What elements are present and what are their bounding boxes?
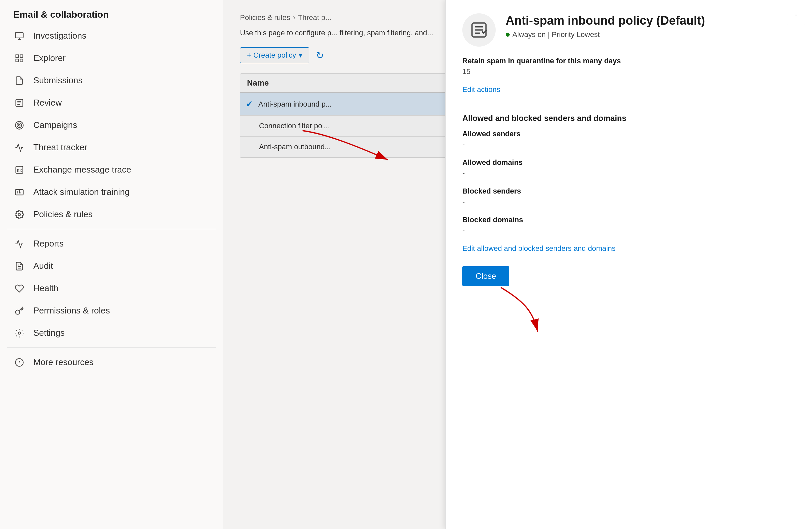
- sidebar-item-label: Policies & rules: [33, 209, 93, 220]
- detail-panel: ↑ Anti-spam inbound policy (Default) Alw…: [445, 0, 812, 529]
- chart-icon: [13, 143, 25, 152]
- dropdown-icon: ▾: [299, 51, 302, 60]
- allowed-domains-label: Allowed domains: [462, 158, 795, 167]
- detail-body: Retain spam in quarantine for this many …: [446, 57, 812, 299]
- doc-icon: [13, 76, 25, 85]
- svg-point-12: [17, 123, 22, 128]
- breadcrumb-separator: ›: [293, 13, 295, 22]
- status-dot: [506, 33, 510, 36]
- table-header-name: Name: [240, 74, 466, 93]
- audit-icon: [13, 262, 25, 271]
- scroll-up-icon: ↑: [794, 12, 798, 20]
- sidebar-item-permissions-roles[interactable]: Permissions & roles: [0, 299, 223, 322]
- sidebar-item-attack-simulation-training[interactable]: Attack simulation training: [0, 181, 223, 203]
- svg-text:EX: EX: [17, 168, 22, 172]
- svg-point-20: [18, 213, 21, 216]
- create-policy-label: + Create policy: [247, 51, 296, 60]
- allowed-domains-field: Allowed domains -: [462, 158, 795, 178]
- sidebar-item-more-resources[interactable]: More resources: [0, 351, 223, 373]
- sidebar-item-reports[interactable]: Reports: [0, 233, 223, 255]
- table-row-label: Connection filter pol...: [259, 121, 330, 130]
- close-button[interactable]: Close: [462, 266, 509, 286]
- edit-actions-link[interactable]: Edit actions: [462, 85, 500, 94]
- breadcrumb-part-1[interactable]: Policies & rules: [240, 13, 290, 22]
- health-icon: [13, 284, 25, 293]
- table-row[interactable]: Anti-spam outbound...: [240, 136, 466, 158]
- svg-rect-5: [16, 59, 19, 62]
- exchange-icon: EX: [13, 165, 25, 175]
- blocked-senders-label: Blocked senders: [462, 187, 795, 195]
- sidebar-item-campaigns[interactable]: Campaigns: [0, 114, 223, 136]
- sidebar-item-label: Explorer: [33, 53, 66, 63]
- sidebar-item-label: Threat tracker: [33, 142, 87, 152]
- main-content: Policies & rules › Threat p... Use this …: [223, 0, 812, 529]
- sidebar-item-threat-tracker[interactable]: Threat tracker: [0, 136, 223, 159]
- blocked-domains-value: -: [462, 226, 795, 235]
- allowed-domains-value: -: [462, 169, 795, 178]
- sidebar-item-label: Attack simulation training: [33, 187, 130, 197]
- detail-divider: [462, 104, 795, 104]
- grid-icon: [13, 54, 25, 63]
- svg-point-13: [19, 124, 20, 126]
- sidebar-item-label: Settings: [33, 328, 65, 338]
- detail-header: Anti-spam inbound policy (Default) Alway…: [446, 0, 812, 57]
- sidebar-item-investigations[interactable]: Investigations: [0, 25, 223, 47]
- info-icon: [13, 358, 25, 367]
- edit-allowed-blocked-link[interactable]: Edit allowed and blocked senders and dom…: [462, 244, 616, 253]
- breadcrumb-part-2[interactable]: Threat p...: [298, 13, 331, 22]
- sidebar: Email & collaboration Investigations Exp…: [0, 0, 223, 529]
- report-icon: [13, 239, 25, 249]
- sidebar-item-label: Health: [33, 283, 58, 293]
- sidebar-item-audit[interactable]: Audit: [0, 255, 223, 277]
- sidebar-item-submissions[interactable]: Submissions: [0, 69, 223, 92]
- sim-icon: [13, 188, 25, 197]
- table-row[interactable]: Connection filter pol...: [240, 116, 466, 136]
- allowed-senders-field: Allowed senders -: [462, 130, 795, 149]
- svg-rect-0: [15, 32, 23, 38]
- svg-rect-4: [20, 55, 23, 57]
- sidebar-item-label: Reports: [33, 238, 64, 249]
- gear-icon: [13, 328, 25, 338]
- sidebar-item-settings[interactable]: Settings: [0, 322, 223, 344]
- scroll-up-button[interactable]: ↑: [787, 7, 805, 25]
- sidebar-divider-2: [7, 348, 216, 348]
- sidebar-item-label: Permissions & roles: [33, 306, 110, 316]
- table-row-label: Anti-spam inbound p...: [258, 100, 332, 108]
- retain-spam-value: 15: [462, 67, 795, 76]
- allowed-senders-label: Allowed senders: [462, 130, 795, 138]
- svg-point-11: [15, 121, 23, 129]
- sidebar-section-title: Email & collaboration: [0, 3, 223, 25]
- sidebar-item-label: Review: [33, 98, 62, 108]
- create-policy-button[interactable]: + Create policy ▾: [240, 47, 309, 63]
- settings-icon: [13, 210, 25, 219]
- sidebar-item-label: More resources: [33, 357, 94, 367]
- sidebar-divider-1: [7, 229, 216, 229]
- svg-point-23: [18, 332, 21, 334]
- sidebar-item-label: Investigations: [33, 31, 86, 41]
- table-row[interactable]: ✔ Anti-spam inbound p...: [240, 93, 466, 116]
- blocked-senders-field: Blocked senders -: [462, 187, 795, 206]
- monitor-icon: [13, 31, 25, 41]
- sidebar-item-label: Exchange message trace: [33, 164, 131, 175]
- policy-icon: [470, 21, 488, 39]
- sidebar-item-explorer[interactable]: Explorer: [0, 47, 223, 69]
- blocked-domains-label: Blocked domains: [462, 216, 795, 224]
- sidebar-item-label: Campaigns: [33, 120, 77, 130]
- sidebar-item-exchange-message-trace[interactable]: EX Exchange message trace: [0, 159, 223, 181]
- allowed-blocked-section-heading: Allowed and blocked senders and domains: [462, 114, 795, 123]
- detail-status-text: Always on | Priority Lowest: [512, 30, 600, 39]
- detail-status: Always on | Priority Lowest: [506, 30, 795, 39]
- svg-rect-3: [16, 55, 19, 57]
- list-icon: [13, 98, 25, 107]
- table-row-label: Anti-spam outbound...: [259, 143, 331, 151]
- refresh-icon[interactable]: ↻: [316, 50, 324, 61]
- sidebar-item-policies-rules[interactable]: Policies & rules: [0, 203, 223, 225]
- sidebar-item-review[interactable]: Review: [0, 92, 223, 114]
- sidebar-item-health[interactable]: Health: [0, 277, 223, 299]
- detail-icon-box: [462, 13, 496, 47]
- key-icon: [13, 306, 25, 315]
- blocked-senders-value: -: [462, 197, 795, 206]
- retain-spam-field: Retain spam in quarantine for this many …: [462, 57, 795, 76]
- detail-title: Anti-spam inbound policy (Default): [506, 13, 795, 28]
- sidebar-item-label: Submissions: [33, 75, 82, 86]
